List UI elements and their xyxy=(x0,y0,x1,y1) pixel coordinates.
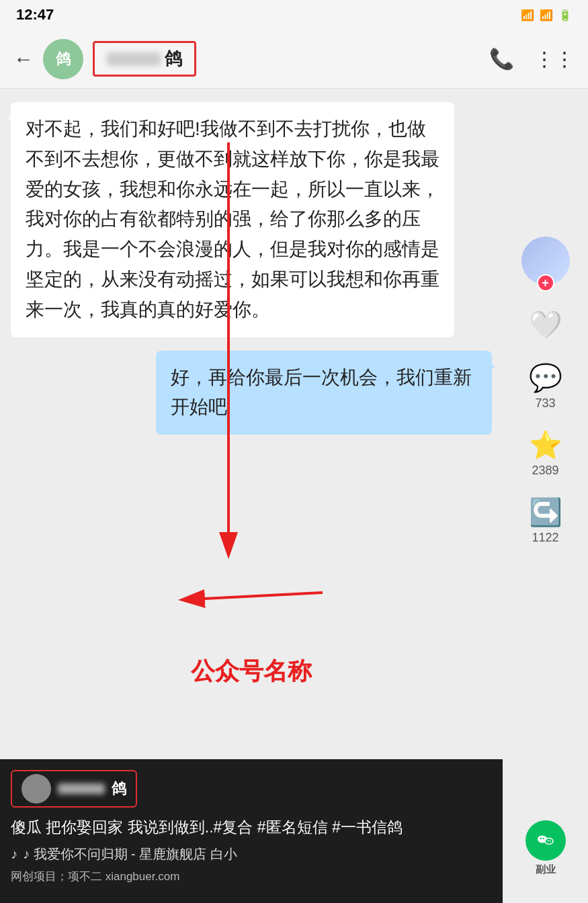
wechat-label: 副业 xyxy=(536,863,556,876)
wechat-icon xyxy=(526,820,566,861)
message-bubble-received: 对不起，我们和好吧!我做不到不去打扰你，也做不到不去想你，更做不到就这样放下你，… xyxy=(11,102,454,337)
music-title: ♪ 我爱你不问归期 - 星鹿旗舰店 白小 xyxy=(23,845,237,863)
messages-container: 对不起，我们和好吧!我做不到不去打扰你，也做不到不去想你，更做不到就这样放下你，… xyxy=(0,89,503,462)
svg-point-6 xyxy=(545,838,553,845)
video-caption: 傻瓜 把你娶回家 我说到做到..#复合 #匿名短信 #一书信鸽 xyxy=(11,816,492,839)
comment-icon: 💬 xyxy=(529,362,562,394)
svg-point-8 xyxy=(542,838,544,839)
profile-avatar-bottom xyxy=(22,774,51,804)
main-area: 对不起，我们和好吧!我做不到不去打扰你，也做不到不去想你，更做不到就这样放下你，… xyxy=(0,89,588,903)
music-note-icon: ♪ xyxy=(11,847,17,862)
contact-name-blurred xyxy=(107,52,161,66)
chat-header: ← 鸽 鸽 📞 ⋮⋮ xyxy=(0,30,588,89)
svg-point-9 xyxy=(547,841,548,842)
follow-plus-button[interactable]: + xyxy=(537,274,554,292)
comment-count: 733 xyxy=(535,396,555,411)
message-bubble-sent: 好，再给你最后一次机会，我们重新开始吧 xyxy=(156,351,492,435)
video-music: ♪ ♪ 我爱你不问归期 - 星鹿旗舰店 白小 xyxy=(11,845,492,863)
footer-text: 网创项目；项不二 xiangbuer.com xyxy=(11,869,492,884)
share-button[interactable]: ↪️ 1122 xyxy=(529,497,562,545)
wechat-button[interactable]: 副业 xyxy=(526,820,566,876)
status-icons: 📶 📶 🔋 xyxy=(521,9,572,22)
profile-box-bottom: 鸽 xyxy=(11,770,137,808)
status-time: 12:47 xyxy=(16,6,54,24)
heart-icon: 🤍 xyxy=(529,309,562,341)
chat-area: 对不起，我们和好吧!我做不到不去打扰你，也做不到不去想你，更做不到就这样放下你，… xyxy=(0,89,503,903)
collect-count: 2389 xyxy=(532,464,558,478)
right-sidebar: + 🤍 💬 733 ⭐ 2389 ↪️ 1122 xyxy=(503,89,588,903)
contact-name-box: 鸽 xyxy=(93,41,196,77)
profile-name-blurred-bottom xyxy=(58,783,105,794)
header-actions: 📞 ⋮⋮ xyxy=(489,47,575,71)
back-button[interactable]: ← xyxy=(13,48,34,71)
annotation-area: 公众号名称 xyxy=(0,655,503,688)
like-button[interactable]: 🤍 xyxy=(529,309,562,343)
phone-button[interactable]: 📞 xyxy=(489,47,514,71)
status-bar: 12:47 📶 📶 🔋 xyxy=(0,0,588,30)
message-sent: 好，再给你最后一次机会，我们重新开始吧 xyxy=(11,351,492,435)
collect-button[interactable]: ⭐ 2389 xyxy=(529,429,562,478)
share-count: 1122 xyxy=(532,531,558,545)
video-info-bar: 鸽 傻瓜 把你娶回家 我说到做到..#复合 #匿名短信 #一书信鸽 ♪ ♪ 我爱… xyxy=(0,759,503,904)
star-icon: ⭐ xyxy=(529,429,562,461)
svg-point-7 xyxy=(540,838,541,839)
contact-name-suffix: 鸽 xyxy=(165,47,182,71)
profile-name-suffix-bottom: 鸽 xyxy=(112,779,126,799)
svg-line-3 xyxy=(192,593,323,599)
share-icon: ↪️ xyxy=(529,497,562,528)
creator-avatar-container[interactable]: + xyxy=(521,236,570,285)
contact-avatar: 鸽 xyxy=(43,39,83,79)
message-received: 对不起，我们和好吧!我做不到不去打扰你，也做不到不去想你，更做不到就这样放下你，… xyxy=(11,102,492,337)
annotation-label: 公众号名称 xyxy=(191,657,312,685)
comment-button[interactable]: 💬 733 xyxy=(529,362,562,411)
svg-point-10 xyxy=(549,841,550,842)
more-button[interactable]: ⋮⋮ xyxy=(534,47,575,71)
